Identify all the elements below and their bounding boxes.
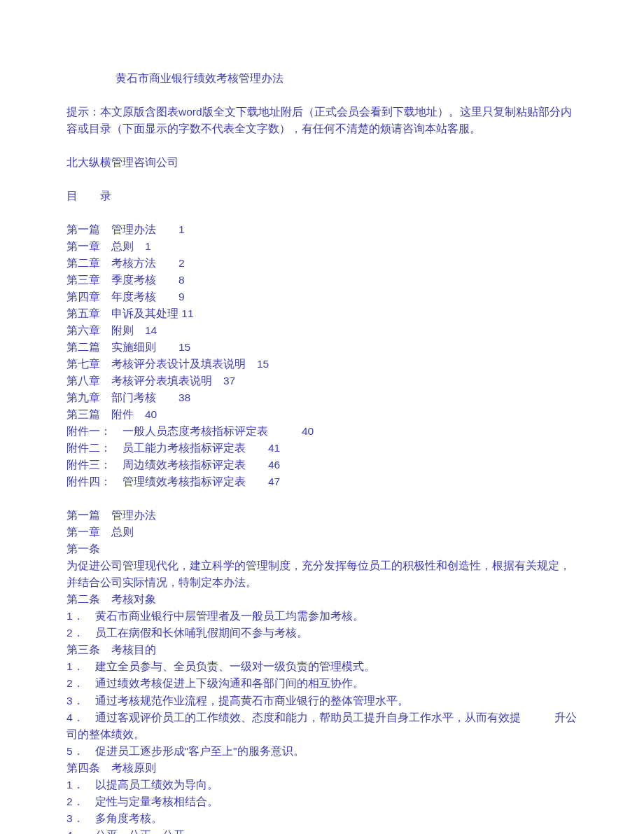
toc-list: 第一篇 管理办法 1第一章 总则 1第二章 考核方法 2第三章 季度考核 8第四… — [66, 221, 578, 490]
toc-entry: 第三章 季度考核 8 — [66, 272, 578, 289]
body-line: 4． 公平、公正、公开。 — [66, 827, 578, 834]
toc-entry: 第八章 考核评分表填表说明 37 — [66, 373, 578, 389]
toc-entry: 第一篇 管理办法 1 — [66, 221, 578, 238]
body-line: 第二条 考核对象 — [66, 591, 578, 608]
body-line: 第四条 考核原则 — [66, 760, 578, 777]
body-content: 第一篇 管理办法第一章 总则第一条为促进公司管理现代化，建立科学的管理制度，充分… — [66, 507, 578, 834]
source-text: 北大纵横管理咨询公司 — [66, 154, 578, 171]
toc-entry: 第二章 考核方法 2 — [66, 255, 578, 272]
body-line: 4． 通过客观评价员工的工作绩效、态度和能力，帮助员工提升自身工作水平，从而有效… — [66, 709, 578, 743]
toc-entry: 第二篇 实施细则 15 — [66, 339, 578, 356]
body-line: 2． 定性与定量考核相结合。 — [66, 793, 578, 810]
toc-entry: 第六章 附则 14 — [66, 322, 578, 339]
body-line: 第三条 考核目的 — [66, 641, 578, 658]
body-line: 第一篇 管理办法 — [66, 507, 578, 524]
toc-entry: 第七章 考核评分表设计及填表说明 15 — [66, 356, 578, 373]
toc-entry: 第五章 申诉及其处理 11 — [66, 305, 578, 322]
body-line: 1． 以提高员工绩效为导向。 — [66, 777, 578, 793]
body-line: 3． 多角度考核。 — [66, 810, 578, 827]
body-line: 3． 通过考核规范作业流程，提高黄石市商业银行的整体管理水平。 — [66, 693, 578, 709]
toc-entry: 附件四： 管理绩效考核指标评定表 47 — [66, 473, 578, 490]
body-line: 为促进公司管理现代化，建立科学的管理制度，充分发挥每位员工的积极性和创造性，根据… — [66, 557, 578, 591]
body-line: 2． 员工在病假和长休哺乳假期间不参与考核。 — [66, 625, 578, 641]
toc-entry: 附件三： 周边绩效考核指标评定表 46 — [66, 457, 578, 473]
body-line: 第一条 — [66, 541, 578, 557]
toc-entry: 附件一： 一般人员态度考核指标评定表 40 — [66, 423, 578, 440]
toc-entry: 第九章 部门考核 38 — [66, 389, 578, 406]
body-line: 1． 建立全员参与、全员负责、一级对一级负责的管理模式。 — [66, 658, 578, 675]
notice-text: 提示：本文原版含图表word版全文下载地址附后（正式会员会看到下载地址）。这里只… — [66, 104, 578, 137]
body-line: 第一章 总则 — [66, 524, 578, 541]
toc-entry: 第四章 年度考核 9 — [66, 289, 578, 305]
toc-entry: 第一章 总则 1 — [66, 238, 578, 255]
document-title: 黄石市商业银行绩效考核管理办法 — [66, 70, 578, 87]
toc-entry: 第三篇 附件 40 — [66, 406, 578, 423]
toc-heading: 目 录 — [66, 188, 578, 204]
body-line: 5． 促进员工逐步形成"客户至上"的服务意识。 — [66, 743, 578, 760]
body-line: 1． 黄石市商业银行中层管理者及一般员工均需参加考核。 — [66, 608, 578, 625]
document-page: 黄石市商业银行绩效考核管理办法 提示：本文原版含图表word版全文下载地址附后（… — [0, 0, 644, 834]
toc-entry: 附件二： 员工能力考核指标评定表 41 — [66, 440, 578, 457]
body-line: 2． 通过绩效考核促进上下级沟通和各部门间的相互协作。 — [66, 675, 578, 692]
